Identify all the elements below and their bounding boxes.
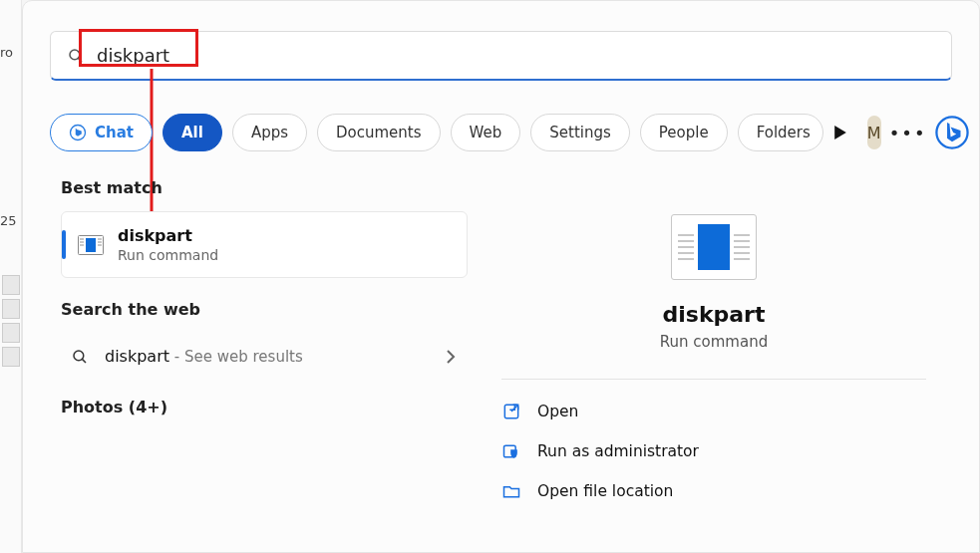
tab-label: Web: [470, 124, 502, 141]
tab-label: Apps: [251, 124, 288, 141]
tab-all[interactable]: All: [163, 114, 222, 151]
svg-rect-11: [86, 238, 96, 252]
search-bar: [50, 31, 952, 81]
tab-label: All: [181, 124, 203, 141]
search-input[interactable]: [97, 45, 935, 66]
search-box[interactable]: [50, 31, 952, 81]
tab-apps[interactable]: Apps: [232, 114, 307, 151]
best-match-subtitle: Run command: [118, 247, 451, 263]
action-run-as-administrator[interactable]: Run as administrator: [476, 431, 952, 471]
detail-app-icon: [671, 214, 757, 280]
tab-web[interactable]: Web: [451, 114, 521, 151]
chat-button[interactable]: Chat: [50, 114, 153, 151]
svg-line-1: [78, 58, 82, 62]
action-label: Open: [537, 403, 578, 420]
tab-label: Documents: [336, 124, 422, 141]
run-command-icon: [78, 235, 104, 255]
folder-icon: [501, 481, 521, 501]
detail-subtitle: Run command: [476, 333, 952, 351]
tab-settings[interactable]: Settings: [530, 114, 630, 151]
more-tabs-button[interactable]: [833, 126, 847, 139]
user-avatar[interactable]: M: [867, 116, 881, 149]
windows-search-panel: Chat All Apps Documents Web Settings Peo…: [22, 0, 980, 553]
action-open-file-location[interactable]: Open file location: [476, 471, 952, 511]
tab-label: Folders: [757, 124, 811, 141]
svg-marker-5: [834, 126, 846, 139]
best-match-result[interactable]: diskpart Run command: [61, 211, 468, 278]
divider: [501, 379, 926, 380]
tab-folders[interactable]: Folders: [738, 114, 823, 151]
best-match-title: diskpart: [118, 226, 451, 245]
action-label: Run as administrator: [537, 442, 699, 460]
tab-label: Settings: [549, 124, 611, 141]
bg-text-fragment: 25: [0, 213, 17, 228]
background-window-edge: ro 25: [0, 0, 22, 553]
tab-people[interactable]: People: [640, 114, 728, 151]
shield-admin-icon: [501, 441, 521, 461]
play-arrow-icon: [833, 126, 847, 139]
web-search-result[interactable]: diskpart - See web results: [61, 333, 468, 380]
bing-icon: [935, 116, 969, 149]
section-title-search-web: Search the web: [61, 300, 468, 319]
bing-chat-icon: [69, 124, 87, 141]
web-result-term: diskpart: [105, 347, 169, 366]
svg-point-15: [74, 351, 84, 361]
search-icon: [71, 348, 89, 366]
avatar-initial: M: [867, 124, 881, 142]
chevron-right-icon: [446, 349, 456, 365]
open-icon: [501, 402, 521, 421]
search-icon: [67, 47, 85, 65]
bg-text-fragment: ro: [0, 45, 13, 60]
section-title-photos: Photos (4+): [61, 398, 468, 416]
detail-pane: diskpart Run command Open Run as adminis…: [476, 178, 952, 552]
bing-button[interactable]: [935, 114, 969, 151]
bg-icon-fragments: [0, 271, 22, 371]
tab-label: People: [659, 124, 709, 141]
svg-point-6: [936, 117, 967, 147]
overflow-menu-button[interactable]: •••: [891, 116, 925, 149]
chat-label: Chat: [95, 124, 134, 141]
tab-documents[interactable]: Documents: [317, 114, 441, 151]
filter-tab-row: Chat All Apps Documents Web Settings Peo…: [50, 109, 952, 156]
action-open[interactable]: Open: [476, 392, 952, 431]
svg-line-16: [82, 359, 86, 363]
web-result-suffix: - See web results: [169, 348, 303, 366]
svg-point-0: [70, 50, 80, 60]
detail-title: diskpart: [476, 302, 952, 327]
results-column: Best match diskpart Run command Search t…: [61, 178, 468, 430]
action-label: Open file location: [537, 482, 673, 500]
section-title-best-match: Best match: [61, 178, 468, 197]
